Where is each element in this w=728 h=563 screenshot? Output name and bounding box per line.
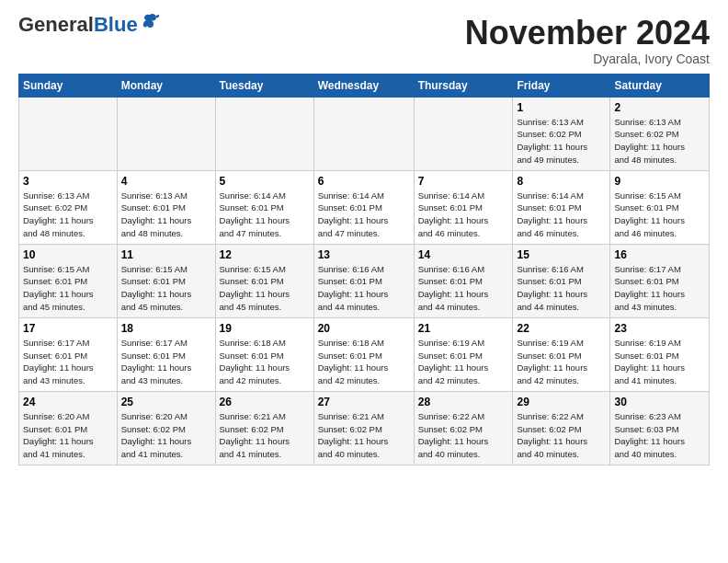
day-number: 13 bbox=[318, 248, 410, 261]
calendar-cell: 3Sunrise: 6:13 AMSunset: 6:02 PMDaylight… bbox=[19, 170, 118, 244]
day-info: Sunrise: 6:15 AMSunset: 6:01 PMDaylight:… bbox=[23, 263, 113, 314]
day-info: Sunrise: 6:20 AMSunset: 6:02 PMDaylight:… bbox=[121, 410, 211, 461]
day-number: 8 bbox=[517, 175, 606, 188]
calendar-week-1: 1Sunrise: 6:13 AMSunset: 6:02 PMDaylight… bbox=[19, 97, 710, 170]
day-info: Sunrise: 6:13 AMSunset: 6:02 PMDaylight:… bbox=[517, 116, 606, 167]
day-number: 25 bbox=[121, 396, 211, 408]
calendar-cell bbox=[215, 97, 313, 170]
calendar-cell bbox=[414, 97, 513, 170]
calendar-week-2: 3Sunrise: 6:13 AMSunset: 6:02 PMDaylight… bbox=[19, 170, 710, 244]
day-number: 10 bbox=[23, 248, 113, 261]
calendar-body: 1Sunrise: 6:13 AMSunset: 6:02 PMDaylight… bbox=[19, 97, 710, 465]
calendar-cell: 8Sunrise: 6:14 AMSunset: 6:01 PMDaylight… bbox=[513, 170, 610, 244]
day-info: Sunrise: 6:17 AMSunset: 6:01 PMDaylight:… bbox=[23, 337, 113, 387]
logo: GeneralBlue bbox=[18, 15, 160, 35]
day-number: 27 bbox=[318, 396, 410, 408]
calendar-week-3: 10Sunrise: 6:15 AMSunset: 6:01 PMDayligh… bbox=[19, 244, 710, 317]
weekday-header-saturday: Saturday bbox=[610, 74, 710, 97]
day-info: Sunrise: 6:16 AMSunset: 6:01 PMDaylight:… bbox=[418, 263, 509, 314]
calendar-cell: 12Sunrise: 6:15 AMSunset: 6:01 PMDayligh… bbox=[215, 244, 313, 317]
location: Dyarala, Ivory Coast bbox=[465, 52, 710, 66]
day-number: 7 bbox=[418, 175, 509, 188]
day-number: 2 bbox=[614, 101, 705, 114]
calendar-cell: 29Sunrise: 6:22 AMSunset: 6:02 PMDayligh… bbox=[513, 391, 610, 465]
day-number: 14 bbox=[418, 248, 509, 261]
calendar-table: SundayMondayTuesdayWednesdayThursdayFrid… bbox=[18, 74, 710, 465]
day-number: 20 bbox=[318, 322, 410, 335]
day-number: 4 bbox=[121, 175, 211, 188]
day-info: Sunrise: 6:16 AMSunset: 6:01 PMDaylight:… bbox=[517, 263, 606, 314]
weekday-header-friday: Friday bbox=[513, 74, 610, 97]
day-info: Sunrise: 6:15 AMSunset: 6:01 PMDaylight:… bbox=[614, 190, 705, 240]
calendar-cell: 10Sunrise: 6:15 AMSunset: 6:01 PMDayligh… bbox=[19, 244, 118, 317]
weekday-header-sunday: Sunday bbox=[19, 74, 118, 97]
day-info: Sunrise: 6:17 AMSunset: 6:01 PMDaylight:… bbox=[121, 337, 211, 387]
day-info: Sunrise: 6:16 AMSunset: 6:01 PMDaylight:… bbox=[318, 263, 410, 314]
day-info: Sunrise: 6:18 AMSunset: 6:01 PMDaylight:… bbox=[318, 337, 410, 387]
calendar-cell: 20Sunrise: 6:18 AMSunset: 6:01 PMDayligh… bbox=[313, 317, 414, 391]
calendar-cell: 4Sunrise: 6:13 AMSunset: 6:01 PMDaylight… bbox=[117, 170, 215, 244]
day-number: 16 bbox=[614, 248, 705, 261]
day-info: Sunrise: 6:20 AMSunset: 6:01 PMDaylight:… bbox=[23, 410, 113, 461]
calendar-cell: 16Sunrise: 6:17 AMSunset: 6:01 PMDayligh… bbox=[610, 244, 710, 317]
calendar-cell bbox=[19, 97, 118, 170]
calendar-cell: 25Sunrise: 6:20 AMSunset: 6:02 PMDayligh… bbox=[117, 391, 215, 465]
day-info: Sunrise: 6:14 AMSunset: 6:01 PMDaylight:… bbox=[220, 190, 310, 240]
calendar-cell: 21Sunrise: 6:19 AMSunset: 6:01 PMDayligh… bbox=[414, 317, 513, 391]
day-info: Sunrise: 6:14 AMSunset: 6:01 PMDaylight:… bbox=[517, 190, 606, 240]
day-number: 6 bbox=[318, 175, 410, 188]
day-number: 29 bbox=[517, 396, 606, 408]
day-info: Sunrise: 6:22 AMSunset: 6:02 PMDaylight:… bbox=[517, 410, 606, 461]
calendar-cell: 11Sunrise: 6:15 AMSunset: 6:01 PMDayligh… bbox=[117, 244, 215, 317]
calendar-cell: 14Sunrise: 6:16 AMSunset: 6:01 PMDayligh… bbox=[414, 244, 513, 317]
calendar-cell: 5Sunrise: 6:14 AMSunset: 6:01 PMDaylight… bbox=[215, 170, 313, 244]
day-info: Sunrise: 6:15 AMSunset: 6:01 PMDaylight:… bbox=[121, 263, 211, 314]
calendar-cell: 24Sunrise: 6:20 AMSunset: 6:01 PMDayligh… bbox=[19, 391, 118, 465]
calendar-cell: 19Sunrise: 6:18 AMSunset: 6:01 PMDayligh… bbox=[215, 317, 313, 391]
calendar-cell: 22Sunrise: 6:19 AMSunset: 6:01 PMDayligh… bbox=[513, 317, 610, 391]
calendar-cell: 7Sunrise: 6:14 AMSunset: 6:01 PMDaylight… bbox=[414, 170, 513, 244]
day-info: Sunrise: 6:22 AMSunset: 6:02 PMDaylight:… bbox=[418, 410, 509, 461]
bird-icon bbox=[140, 11, 160, 31]
day-number: 21 bbox=[418, 322, 509, 335]
day-number: 3 bbox=[23, 175, 113, 188]
day-number: 26 bbox=[220, 396, 310, 408]
day-number: 1 bbox=[517, 101, 606, 114]
day-info: Sunrise: 6:21 AMSunset: 6:02 PMDaylight:… bbox=[318, 410, 410, 461]
day-number: 12 bbox=[220, 248, 310, 261]
calendar-header: SundayMondayTuesdayWednesdayThursdayFrid… bbox=[19, 74, 710, 97]
day-number: 11 bbox=[121, 248, 211, 261]
day-number: 18 bbox=[121, 322, 211, 335]
day-number: 24 bbox=[23, 396, 113, 408]
day-number: 23 bbox=[614, 322, 705, 335]
day-number: 22 bbox=[517, 322, 606, 335]
day-info: Sunrise: 6:18 AMSunset: 6:01 PMDaylight:… bbox=[220, 337, 310, 387]
day-info: Sunrise: 6:19 AMSunset: 6:01 PMDaylight:… bbox=[418, 337, 509, 387]
day-info: Sunrise: 6:17 AMSunset: 6:01 PMDaylight:… bbox=[614, 263, 705, 314]
calendar-cell: 2Sunrise: 6:13 AMSunset: 6:02 PMDaylight… bbox=[610, 97, 710, 170]
calendar-cell: 18Sunrise: 6:17 AMSunset: 6:01 PMDayligh… bbox=[117, 317, 215, 391]
calendar-cell: 13Sunrise: 6:16 AMSunset: 6:01 PMDayligh… bbox=[313, 244, 414, 317]
calendar-cell: 30Sunrise: 6:23 AMSunset: 6:03 PMDayligh… bbox=[610, 391, 710, 465]
calendar-cell bbox=[117, 97, 215, 170]
day-info: Sunrise: 6:13 AMSunset: 6:02 PMDaylight:… bbox=[23, 190, 113, 240]
calendar-cell: 17Sunrise: 6:17 AMSunset: 6:01 PMDayligh… bbox=[19, 317, 118, 391]
day-number: 28 bbox=[418, 396, 509, 408]
day-number: 19 bbox=[220, 322, 310, 335]
day-info: Sunrise: 6:13 AMSunset: 6:01 PMDaylight:… bbox=[121, 190, 211, 240]
day-info: Sunrise: 6:15 AMSunset: 6:01 PMDaylight:… bbox=[220, 263, 310, 314]
page: GeneralBlue November 2024 Dyarala, Ivory… bbox=[0, 0, 728, 475]
month-title: November 2024 bbox=[465, 15, 710, 52]
day-info: Sunrise: 6:19 AMSunset: 6:01 PMDaylight:… bbox=[614, 337, 705, 387]
weekday-header-row: SundayMondayTuesdayWednesdayThursdayFrid… bbox=[19, 74, 710, 97]
calendar-cell: 23Sunrise: 6:19 AMSunset: 6:01 PMDayligh… bbox=[610, 317, 710, 391]
weekday-header-thursday: Thursday bbox=[414, 74, 513, 97]
day-number: 5 bbox=[220, 175, 310, 188]
day-info: Sunrise: 6:19 AMSunset: 6:01 PMDaylight:… bbox=[517, 337, 606, 387]
day-number: 17 bbox=[23, 322, 113, 335]
weekday-header-wednesday: Wednesday bbox=[313, 74, 414, 97]
calendar-cell: 27Sunrise: 6:21 AMSunset: 6:02 PMDayligh… bbox=[313, 391, 414, 465]
day-number: 15 bbox=[517, 248, 606, 261]
logo-general: GeneralBlue bbox=[18, 15, 138, 35]
weekday-header-tuesday: Tuesday bbox=[215, 74, 313, 97]
